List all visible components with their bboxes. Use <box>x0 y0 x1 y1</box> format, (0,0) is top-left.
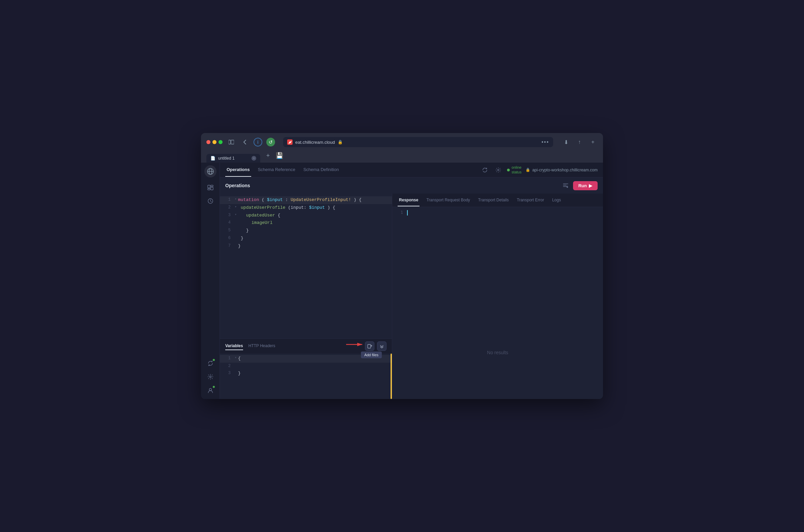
browser-tab-untitled[interactable]: 📄 untitled 1 • <box>206 154 260 163</box>
tab-operations[interactable]: Operations <box>225 163 251 177</box>
download-button[interactable]: ⬇ <box>561 137 571 147</box>
svg-rect-5 <box>208 185 210 188</box>
collapse-2[interactable]: ▾ <box>235 204 237 210</box>
url-text: eat.chillicream.cloud <box>295 140 335 145</box>
sidebar-logo[interactable] <box>204 165 216 177</box>
address-content: 🌶 eat.chillicream.cloud 🔒 <box>287 139 343 145</box>
traffic-lights <box>206 140 223 144</box>
sidebar-sync-button[interactable] <box>204 357 216 369</box>
user-notification-dot <box>212 385 215 388</box>
browser-tabs: 📄 untitled 1 • + 💾 <box>206 150 598 163</box>
response-editor[interactable]: 1 <box>392 207 603 306</box>
toolbar-right: online status 🔒 api-crypto-workshop.chil… <box>480 165 598 175</box>
close-button[interactable] <box>206 140 210 144</box>
tab-label: untitled 1 <box>218 156 249 160</box>
svg-rect-1 <box>231 140 234 144</box>
no-results: No results <box>392 306 603 399</box>
sidebar-explorer-button[interactable] <box>204 182 216 194</box>
response-tabs: Response Transport Request Body Transpor… <box>392 194 603 207</box>
code-line-6: 6 ▾ } <box>220 235 392 243</box>
response-tab-transport-error[interactable]: Transport Error <box>515 194 545 206</box>
sidebar-toggle-button[interactable] <box>227 137 236 147</box>
operations-title: Operations <box>225 183 250 188</box>
share-button[interactable]: ↑ <box>575 137 584 147</box>
status-dot <box>507 169 510 171</box>
operations-header: Operations <box>220 177 603 194</box>
code-line-1: 1 ▾ mutation ( $input : UpdateUserProfil… <box>220 196 392 204</box>
run-button[interactable]: Run ▶ <box>573 181 598 190</box>
code-content-4: imageUrl <box>238 220 272 227</box>
tab-actions: + 💾 <box>261 151 287 163</box>
variables-tab[interactable]: Variables <box>225 342 243 350</box>
line-num-5: 5 <box>223 227 231 234</box>
svg-rect-6 <box>211 185 213 187</box>
var-collapse-1[interactable]: ▾ <box>235 355 237 361</box>
browser-chrome: i ↺ 🌶 eat.chillicream.cloud 🔒 ••• ⬇ ↑ + … <box>201 133 603 163</box>
code-content-5: } <box>238 227 249 234</box>
browser-titlebar: i ↺ 🌶 eat.chillicream.cloud 🔒 ••• ⬇ ↑ + <box>206 137 598 147</box>
tab-close-button[interactable]: • <box>251 156 256 160</box>
settings-toolbar-button[interactable] <box>494 165 503 175</box>
refresh-button[interactable]: ↺ <box>266 138 275 147</box>
info-button[interactable]: i <box>253 138 262 147</box>
format-button[interactable] <box>561 181 570 190</box>
var-line-2: 2 ▾ <box>220 363 392 370</box>
code-content-6: } <box>238 235 244 242</box>
response-tab-transport-details[interactable]: Transport Details <box>477 194 510 206</box>
line-num-1: 1 <box>223 197 231 203</box>
svg-point-10 <box>209 376 211 378</box>
sidebar-history-button[interactable] <box>204 195 216 207</box>
svg-point-12 <box>497 169 499 170</box>
variables-header: Variables HTTP Headers <box>220 339 392 354</box>
minimize-button[interactable] <box>212 140 216 144</box>
add-files-tooltip: Add files <box>361 352 382 358</box>
response-cursor-line: 1 <box>392 210 603 216</box>
svg-rect-0 <box>229 140 231 144</box>
back-button[interactable] <box>240 137 249 147</box>
status-indicator: online status <box>507 165 521 174</box>
new-tab-button2[interactable]: + <box>264 151 272 160</box>
arrow-indicator <box>345 340 366 348</box>
line-num-2: 2 <box>223 204 231 211</box>
endpoint-lock-icon: 🔒 <box>525 168 530 172</box>
collapse-1[interactable]: ▾ <box>235 197 237 202</box>
status-online: online <box>512 165 521 170</box>
code-editor[interactable]: 1 ▾ mutation ( $input : UpdateUserProfil… <box>220 194 392 338</box>
var-line-3: 3 ▾ } <box>220 370 392 377</box>
editor-pane: 1 ▾ mutation ( $input : UpdateUserProfil… <box>220 194 392 399</box>
code-content-2: updateUserProfile (input: $input ) { <box>238 204 335 211</box>
sidebar-user-button[interactable] <box>204 384 216 396</box>
expand-variables-button[interactable] <box>377 341 386 351</box>
refresh-toolbar-button[interactable] <box>480 165 490 175</box>
http-headers-tab[interactable]: HTTP Headers <box>248 342 275 350</box>
endpoint-info: 🔒 api-crypto-workshop.chillicream.com <box>525 168 598 172</box>
run-play-icon: ▶ <box>589 183 592 188</box>
response-tab-transport-req[interactable]: Transport Request Body <box>425 194 471 206</box>
lock-icon: 🔒 <box>338 140 343 145</box>
tab-schema-definition[interactable]: Schema Definition <box>302 163 340 177</box>
save-tab-button[interactable]: 💾 <box>275 151 284 160</box>
line-num-7: 7 <box>223 243 231 249</box>
sync-notification-dot <box>212 359 215 361</box>
address-options[interactable]: ••• <box>541 139 549 145</box>
svg-rect-8 <box>208 189 210 190</box>
response-pane: Response Transport Request Body Transpor… <box>392 194 603 399</box>
favicon-icon: 🌶 <box>287 139 292 145</box>
line-num-3: 3 <box>223 212 231 218</box>
variables-code-editor[interactable]: 1 ▾ { 2 ▾ <box>220 354 392 399</box>
add-files-button[interactable] <box>365 341 375 351</box>
new-tab-button[interactable]: + <box>588 137 598 147</box>
variables-actions: Add files <box>365 341 386 351</box>
code-line-2: 2 ▾ updateUserProfile (input: $input ) { <box>220 204 392 212</box>
response-tab-response[interactable]: Response <box>398 194 420 206</box>
sidebar-settings-button[interactable] <box>204 371 216 383</box>
maximize-button[interactable] <box>218 140 223 144</box>
response-tab-logs[interactable]: Logs <box>551 194 562 206</box>
collapse-3[interactable]: ▾ <box>235 212 237 217</box>
main-content: Operations Schema Reference Schema Defin… <box>220 163 603 399</box>
address-bar[interactable]: 🌶 eat.chillicream.cloud 🔒 ••• <box>283 137 553 147</box>
run-button-label: Run <box>578 183 587 188</box>
tab-file-icon: 📄 <box>210 156 215 160</box>
code-content-1: mutation ( $input : UpdateUserProfileInp… <box>238 197 362 204</box>
tab-schema-reference[interactable]: Schema Reference <box>256 163 296 177</box>
